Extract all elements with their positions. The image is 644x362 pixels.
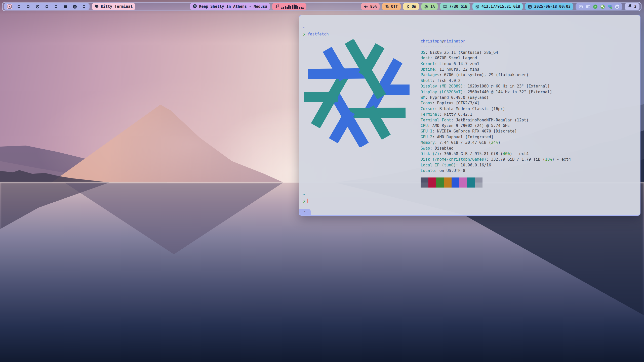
spotify-tray-icon[interactable] (615, 4, 620, 9)
palette-swatch (475, 177, 482, 183)
fastfetch-line: ------------------ (421, 44, 463, 50)
prompt-symbol: ❯ (303, 32, 305, 36)
prompt-line: ❯ (303, 199, 308, 203)
palette-swatch (436, 183, 444, 188)
workspace-button[interactable] (63, 4, 68, 9)
kitty-terminal-window[interactable]: ~ ❯ fastfetch christoph@nixinator-------… (299, 15, 640, 216)
keyboard-icon[interactable] (578, 4, 583, 9)
empty-workspace-icon (82, 5, 86, 8)
book-icon (63, 5, 67, 9)
status-module-text: 85% (370, 4, 377, 9)
workspace-button[interactable] (53, 4, 59, 9)
workspace-button[interactable] (72, 4, 77, 9)
fastfetch-line: Display (MD 20889): 1920x1080 @ 60 Hz in… (421, 83, 550, 89)
workspace-button[interactable] (16, 4, 22, 9)
media-track-label: Keep Shelly In Athens - Medusa (199, 4, 267, 9)
palette-swatch (444, 183, 452, 188)
status-module-wifi[interactable]: Off (382, 3, 400, 10)
status-module-text: 7/30 GiB (449, 4, 467, 9)
wifi-off-icon (385, 5, 389, 9)
screenshare-icon[interactable] (586, 4, 590, 9)
bell-icon (628, 4, 632, 9)
media-player-module[interactable]: Keep Shelly In Athens - Medusa (190, 3, 270, 10)
check-circle-icon[interactable] (593, 4, 598, 9)
status-module-disk[interactable]: 413.17/915.81 GiB (472, 3, 523, 10)
disk-icon (475, 5, 479, 9)
active-window-label: Kitty Terminal (101, 4, 133, 9)
palette-swatch (467, 177, 475, 183)
fastfetch-line: Local IP (tun0): 10.96.0.16/16 (421, 162, 491, 168)
empty-workspace-icon (17, 5, 21, 8)
audio-visualizer-module[interactable] (272, 3, 306, 10)
palette-swatch (421, 177, 428, 183)
kitty-tab-label: ~ (304, 210, 306, 214)
status-module-text: 1% (430, 4, 435, 9)
system-tray (576, 3, 622, 10)
fastfetch-line: Icons: Papirus [GTK2/3/4] (421, 100, 479, 106)
fastfetch-line: Memory: 7.44 GiB / 30.47 GiB (24%) (421, 140, 500, 145)
fastfetch-line: christoph@nixinator (421, 38, 465, 44)
fastfetch-line: GPU 1: NVIDIA GeForce RTX 4070 [Discrete… (421, 128, 517, 134)
status-module-text: On (412, 4, 416, 9)
bluetooth-icon (406, 5, 410, 9)
music-note-icon (275, 4, 279, 9)
terminal-color-palette (421, 177, 482, 188)
palette-swatch (452, 183, 459, 188)
active-window-title[interactable]: Kitty Terminal (92, 3, 135, 10)
status-module-cpu[interactable]: 1% (421, 3, 438, 10)
refresh-icon (35, 5, 40, 9)
text-cursor (307, 199, 308, 203)
fastfetch-line: Terminal: kitty 0.42.1 (421, 112, 472, 117)
prompt-line: ❯ fastfetch (303, 32, 329, 36)
status-module-text: 2025-06-18 00:03 (534, 4, 571, 9)
status-module-text: Off (391, 4, 398, 9)
fastfetch-line: Shell: fish 4.0.2 (421, 78, 461, 83)
status-module-bluetooth[interactable]: On (403, 3, 419, 10)
status-module-memory[interactable]: 7/30 GiB (440, 3, 470, 10)
status-module-clock[interactable]: 2025-06-18 00:03 (525, 3, 573, 10)
palette-swatch (428, 177, 436, 183)
empty-workspace-icon (26, 5, 30, 8)
calendar-icon (528, 5, 532, 9)
empty-workspace-icon (45, 5, 49, 8)
fastfetch-line: Swap: Disabled (421, 146, 454, 151)
workspace-button[interactable] (44, 4, 50, 9)
cpu-icon (424, 5, 428, 9)
workspace-button[interactable] (35, 4, 40, 9)
fastfetch-line: GPU 2: AMD Raphael [Integrated] (421, 134, 493, 140)
fastfetch-line: Display (LC32G5xT): 644x362 @ 144 Hz i… (421, 89, 552, 95)
terminal-icon (7, 4, 12, 9)
palette-swatch (436, 177, 444, 183)
ram-icon (443, 4, 447, 9)
status-module-volume[interactable]: 85% (361, 3, 380, 10)
notification-module[interactable]: 3 (625, 3, 639, 10)
visualizer-bars (281, 4, 304, 9)
prompt-symbol: ❯ (303, 199, 305, 203)
notification-count: 3 (634, 4, 636, 9)
workspace-switcher (4, 3, 90, 10)
palette-swatch (467, 183, 475, 188)
workspace-button[interactable] (7, 4, 12, 9)
palette-swatch (452, 177, 459, 183)
status-module-text: 413.17/915.81 GiB (481, 4, 520, 9)
palette-swatch (421, 183, 428, 188)
prompt-cwd: ~ (303, 25, 305, 30)
heart-vpn-icon[interactable] (608, 4, 612, 9)
palette-swatch (459, 183, 467, 188)
fastfetch-line: Host: X670E Steel Legend (421, 55, 477, 61)
kitty-tab[interactable]: ~ (299, 209, 311, 215)
palette-swatch (475, 183, 482, 188)
palette-swatch (444, 177, 452, 183)
fastfetch-line: Uptime: 11 hours, 22 mins (421, 67, 479, 72)
palette-swatch (428, 183, 436, 188)
fastfetch-line: CPU: AMD Ryzen 9 7900X (24) @ 5.74 GHz (421, 123, 510, 128)
key-icon[interactable] (600, 4, 605, 9)
fastfetch-line: WM: Hyprland 0.49.0 (Wayland) (421, 95, 489, 100)
prompt-cwd: ~ (303, 192, 305, 197)
workspace-button[interactable] (25, 4, 31, 9)
workspace-button[interactable] (81, 4, 87, 9)
nixos-logo (302, 39, 412, 147)
fastfetch-line: Locale: en_US.UTF-8 (421, 168, 465, 173)
fastfetch-line: Disk (/home/christoph/Games): 332.79 GiB… (421, 157, 571, 162)
spotify-icon (73, 5, 77, 9)
